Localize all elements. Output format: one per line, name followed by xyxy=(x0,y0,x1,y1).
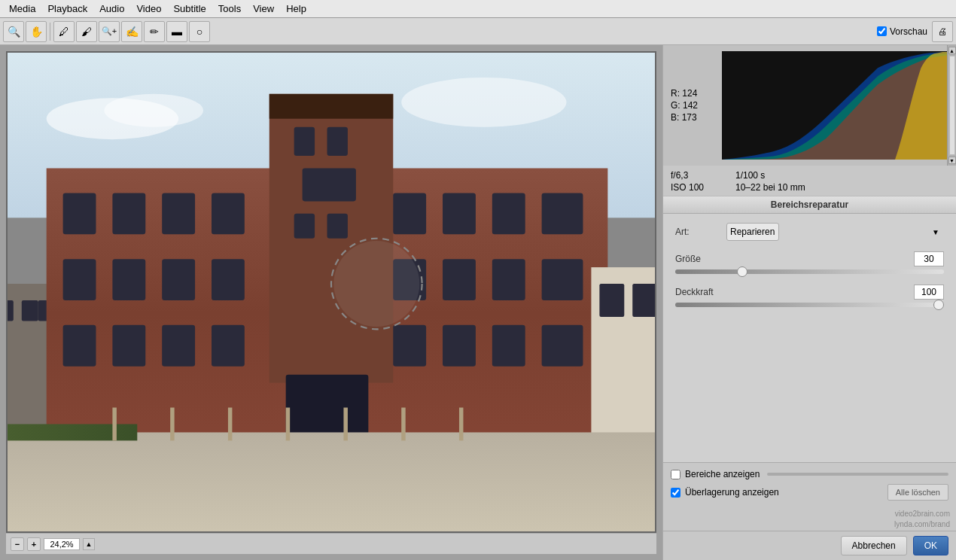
tool-circle[interactable]: ○ xyxy=(189,21,210,42)
groesse-thumb[interactable] xyxy=(737,266,747,277)
groesse-row: Größe xyxy=(675,251,944,274)
svg-rect-39 xyxy=(542,325,583,367)
svg-rect-23 xyxy=(542,193,583,234)
svg-rect-42 xyxy=(599,284,624,317)
print-button[interactable]: 🖨 xyxy=(932,21,953,42)
controls-spacer xyxy=(675,318,944,453)
svg-rect-17 xyxy=(112,193,145,234)
zoom-bar: − + 24,2% ▲ xyxy=(6,533,656,554)
bereiche-label[interactable]: Bereiche anzeigen xyxy=(685,469,760,479)
tool-rect[interactable]: ▬ xyxy=(166,21,187,42)
deckkraft-track[interactable] xyxy=(675,303,944,307)
svg-rect-16 xyxy=(63,193,96,234)
tool-pen[interactable]: ✏ xyxy=(144,21,165,42)
hist-scroll-down[interactable]: ▼ xyxy=(948,157,956,164)
main-area: − + 24,2% ▲ R: 124 G: 142 B: 173 xyxy=(0,45,956,560)
groesse-track[interactable] xyxy=(675,269,944,274)
menu-media[interactable]: Media xyxy=(3,2,41,16)
ueberlagerung-label[interactable]: Überlagerung anzeigen xyxy=(685,487,779,498)
ok-button[interactable]: OK xyxy=(913,536,948,555)
svg-rect-20 xyxy=(393,193,426,234)
left-panel: − + 24,2% ▲ xyxy=(0,45,662,560)
exposure-row-2: ISO 100 10–22 bei 10 mm xyxy=(671,182,948,193)
svg-rect-18 xyxy=(162,193,195,234)
section-header: Bereichsreparatur xyxy=(663,196,956,214)
svg-rect-29 xyxy=(443,259,476,300)
hist-scroll-up[interactable]: ▲ xyxy=(948,47,956,54)
svg-rect-48 xyxy=(228,408,232,441)
ueberlagerung-checkbox[interactable] xyxy=(671,488,680,498)
svg-point-54 xyxy=(333,241,419,327)
preview-label[interactable]: Vorschau xyxy=(890,26,927,37)
bereiche-row: Bereiche anzeigen xyxy=(671,469,948,479)
svg-rect-43 xyxy=(632,284,655,317)
svg-rect-27 xyxy=(212,259,245,300)
alle-loeschen-button[interactable]: Alle löschen xyxy=(887,484,948,501)
controls-panel: Art: Reparieren Klonen ▼ Größe xyxy=(663,214,956,462)
zoom-value[interactable]: 24,2% xyxy=(44,538,80,550)
menu-subtitle[interactable]: Subtitle xyxy=(167,2,212,16)
deckkraft-row: Deckkraft xyxy=(675,285,944,307)
menu-view[interactable]: View xyxy=(247,2,280,16)
exposure-row-1: f/6,3 1/100 s xyxy=(671,170,948,181)
menu-help[interactable]: Help xyxy=(280,2,312,16)
preview-checkbox[interactable] xyxy=(877,26,887,36)
iso-value: ISO 100 xyxy=(671,182,731,193)
deckkraft-value[interactable] xyxy=(914,285,944,300)
menu-video[interactable]: Video xyxy=(130,2,167,16)
svg-rect-34 xyxy=(162,325,195,367)
hist-scroll-track[interactable] xyxy=(949,56,955,155)
svg-rect-45 xyxy=(8,424,137,440)
rgb-info: R: 124 G: 142 B: 173 xyxy=(663,45,716,166)
svg-rect-35 xyxy=(212,325,245,367)
svg-rect-51 xyxy=(401,408,405,441)
menu-playback[interactable]: Playback xyxy=(41,2,93,16)
histogram-scrollbar[interactable]: ▲ ▼ xyxy=(947,45,956,166)
art-select-wrapper: Reparieren Klonen ▼ xyxy=(726,223,944,241)
lens-value: 10–22 bei 10 mm xyxy=(735,182,805,193)
zoom-minus-button[interactable]: − xyxy=(11,537,24,551)
svg-rect-11 xyxy=(294,127,315,156)
groesse-value[interactable] xyxy=(914,251,944,266)
shutter-value: 1/100 s xyxy=(735,170,765,181)
menu-tools[interactable]: Tools xyxy=(212,2,247,16)
groesse-label: Größe xyxy=(675,254,701,264)
svg-rect-33 xyxy=(112,325,145,367)
exposure-info: f/6,3 1/100 s ISO 100 10–22 bei 10 mm xyxy=(663,166,956,196)
svg-rect-19 xyxy=(212,193,245,234)
menu-bar: Media Playback Audio Video Subtitle Tool… xyxy=(0,0,956,18)
svg-rect-32 xyxy=(63,325,96,367)
svg-rect-50 xyxy=(343,408,347,441)
tool-hand[interactable]: ✋ xyxy=(26,21,47,42)
svg-rect-21 xyxy=(443,193,476,234)
svg-rect-38 xyxy=(492,325,525,367)
bereiche-checkbox[interactable] xyxy=(671,470,680,479)
tool-zoom-plus[interactable]: 🔍+ xyxy=(99,21,120,42)
zoom-plus-button[interactable]: + xyxy=(27,537,41,551)
svg-rect-13 xyxy=(303,169,356,202)
art-row: Art: Reparieren Klonen ▼ xyxy=(675,223,944,241)
tool-stamp[interactable]: ✍ xyxy=(121,21,142,42)
bereiche-slider[interactable] xyxy=(767,473,948,476)
svg-point-2 xyxy=(104,94,203,127)
svg-rect-47 xyxy=(170,408,174,441)
svg-rect-15 xyxy=(327,214,348,239)
tool-zoom[interactable]: 🔍 xyxy=(3,21,24,42)
tool-brush2[interactable]: 🖌 xyxy=(76,21,97,42)
right-panel: R: 124 G: 142 B: 173 ▲ xyxy=(662,45,956,560)
image-container[interactable] xyxy=(6,51,656,533)
svg-rect-46 xyxy=(112,408,116,441)
svg-rect-14 xyxy=(294,214,315,239)
tool-brush1[interactable]: 🖊 xyxy=(53,21,75,42)
toolbar-right: Vorschau 🖨 xyxy=(877,21,953,42)
svg-rect-44 xyxy=(8,432,655,531)
deckkraft-thumb[interactable] xyxy=(933,300,944,310)
aperture-value: f/6,3 xyxy=(671,170,731,181)
zoom-arrow-button[interactable]: ▲ xyxy=(83,538,95,550)
svg-rect-49 xyxy=(286,408,290,441)
abbrechen-button[interactable]: Abbrechen xyxy=(841,536,907,555)
art-select[interactable]: Reparieren Klonen xyxy=(726,223,779,241)
menu-audio[interactable]: Audio xyxy=(93,2,130,16)
action-buttons: Abbrechen OK xyxy=(663,531,956,560)
svg-rect-25 xyxy=(112,259,145,300)
